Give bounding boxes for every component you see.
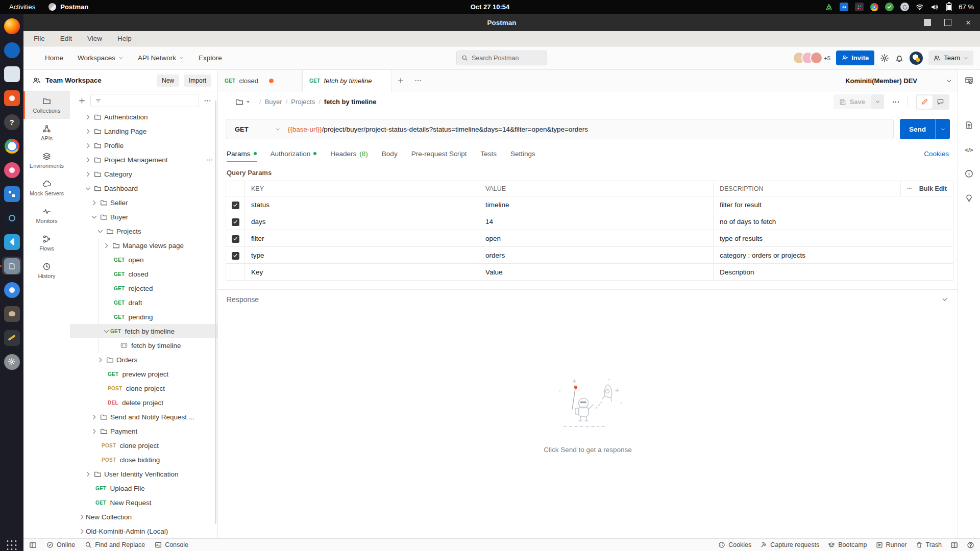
chevron-right-icon[interactable]: [84, 156, 92, 164]
param-description-cell[interactable]: type of results: [714, 230, 953, 247]
sidebar-rail-history[interactable]: History: [23, 257, 70, 284]
tree-folder-projects[interactable]: Projects: [70, 224, 217, 238]
sidebar-rail-flows[interactable]: Flows: [23, 229, 70, 257]
tree-request-new-request[interactable]: GETNew Request: [70, 495, 217, 510]
breadcrumb-buyer[interactable]: Buyer: [265, 98, 282, 106]
tree-folder-project-management[interactable]: Project Management: [70, 153, 217, 167]
chrome-indicator-icon[interactable]: [870, 3, 878, 11]
files-dock-icon[interactable]: [2, 65, 21, 83]
tree-request-close-bidding[interactable]: POSTclose bidding: [70, 453, 217, 467]
vscode-dock-icon[interactable]: [2, 233, 21, 251]
tree-folder-manage-views-page[interactable]: Manage views page: [70, 238, 217, 253]
shield-check-indicator-icon[interactable]: [885, 3, 894, 11]
tree-request-delete-project[interactable]: DELdelete project: [70, 395, 217, 410]
steam-dock-icon[interactable]: [2, 209, 21, 227]
tree-request-pending[interactable]: GETpending: [70, 310, 217, 324]
pink-app-dock-icon[interactable]: [2, 161, 21, 179]
tree-folder-category[interactable]: Category: [70, 167, 217, 181]
filter-input[interactable]: [90, 94, 199, 107]
tree-request-clone-project[interactable]: POSTclone project: [70, 381, 217, 395]
menu-edit[interactable]: Edit: [60, 35, 72, 42]
send-button[interactable]: Send: [900, 119, 950, 139]
tree-request-preview-project[interactable]: GETpreview project: [70, 367, 217, 381]
sidebar-rail-apis[interactable]: APIs: [23, 119, 70, 146]
chevron-right-icon[interactable]: [96, 356, 104, 364]
method-select[interactable]: GET: [226, 126, 288, 133]
environment-quick-look-icon[interactable]: [965, 76, 973, 85]
chevron-right-icon[interactable]: [90, 413, 98, 421]
search-input[interactable]: Search Postman: [456, 51, 547, 65]
statusbar-find-and-replace[interactable]: Find and Replace: [85, 541, 145, 548]
param-description-cell[interactable]: no of days to fetch: [714, 213, 953, 230]
statusbar-trash[interactable]: Trash: [916, 541, 942, 548]
request-tab-body[interactable]: Body: [382, 145, 398, 162]
tree-request-open[interactable]: GETopen: [70, 253, 217, 267]
param-key-cell[interactable]: type: [245, 247, 479, 264]
tree-folder-seller[interactable]: Seller: [70, 195, 217, 210]
statusbar-online[interactable]: Online: [46, 541, 75, 548]
clock[interactable]: Oct 27 10:54: [471, 3, 510, 11]
tree-folder-profile[interactable]: Profile: [70, 138, 217, 153]
request-tab-tests[interactable]: Tests: [480, 145, 497, 162]
chevron-right-icon[interactable]: [84, 128, 92, 135]
team-menu-button[interactable]: Team: [928, 51, 973, 65]
param-value-placeholder[interactable]: Value: [479, 264, 714, 281]
param-value-cell[interactable]: open: [479, 230, 714, 247]
chevron-down-icon[interactable]: [246, 99, 251, 105]
focused-app-menu[interactable]: Postman: [48, 3, 88, 11]
tree-request-draft[interactable]: GETdraft: [70, 295, 217, 310]
request-tab-pre-request-script[interactable]: Pre-request Script: [411, 145, 467, 162]
tree-folder-send-and-notify-request[interactable]: Send and Notify Request ...: [70, 410, 217, 424]
settings-gear-icon[interactable]: [880, 54, 889, 63]
tree-request-clone-project[interactable]: POSTclone project: [70, 438, 217, 453]
activities-button[interactable]: Activities: [9, 3, 35, 11]
tree-folder-landing-page[interactable]: Landing Page: [70, 124, 217, 138]
tree-collection-old-kominiti-admin-local[interactable]: Old-Kominiti-Admin (Local): [70, 524, 217, 538]
param-key-placeholder[interactable]: Key: [245, 264, 479, 281]
workspace-name[interactable]: Team Workspace: [45, 77, 152, 84]
teamviewer-indicator-icon[interactable]: [840, 3, 848, 11]
info-icon[interactable]: [965, 169, 973, 178]
slack-indicator-icon[interactable]: [855, 3, 864, 11]
minimize-button[interactable]: [924, 19, 931, 26]
response-section-header[interactable]: Response: [218, 290, 958, 309]
chevron-down-icon[interactable]: [96, 228, 104, 235]
save-button[interactable]: Save: [834, 94, 871, 109]
workspace-avatars[interactable]: +5: [793, 52, 830, 64]
tree-folder-orders[interactable]: Orders: [70, 353, 217, 367]
thunderbird-dock-icon[interactable]: [2, 41, 21, 59]
remote-desktop-dock-icon[interactable]: [2, 185, 21, 203]
param-description-cell[interactable]: filter for result: [714, 196, 953, 213]
account-avatar[interactable]: [910, 52, 923, 65]
param-checkbox[interactable]: [232, 218, 239, 226]
param-checkbox[interactable]: [232, 202, 239, 209]
open-tab-closed[interactable]: GETclosed: [218, 70, 302, 91]
ubuntu-software-dock-icon[interactable]: [2, 89, 21, 107]
nav-api-network[interactable]: API Network: [138, 54, 184, 62]
code-snippet-icon[interactable]: </>: [965, 145, 973, 154]
param-key-cell[interactable]: status: [245, 196, 479, 213]
battery-icon[interactable]: [946, 3, 952, 11]
param-value-cell[interactable]: timeline: [479, 196, 714, 213]
settings-dock-icon[interactable]: [2, 353, 21, 371]
chevron-right-icon[interactable]: [90, 199, 98, 207]
tree-request-upload-file[interactable]: GETUpload File: [70, 481, 217, 495]
statusbar-console[interactable]: Console: [155, 541, 188, 548]
menu-file[interactable]: File: [34, 35, 45, 42]
sidebar-rail-monitors[interactable]: Monitors: [23, 202, 70, 229]
chevron-down-icon[interactable]: [90, 213, 98, 221]
collection-folder-icon[interactable]: [235, 98, 243, 106]
new-tab-button[interactable]: [392, 70, 409, 91]
maximize-button[interactable]: [944, 19, 951, 26]
chevron-right-icon[interactable]: [78, 513, 86, 521]
close-button[interactable]: ✕: [965, 19, 972, 26]
chevron-right-icon[interactable]: [90, 428, 98, 435]
request-tab-headers[interactable]: Headers(8): [330, 145, 368, 162]
url-input[interactable]: GET {{base-url}}/project/buyer/project-s…: [226, 119, 894, 139]
tree-example-fetch-by-timeline[interactable]: fetch by timeline: [70, 338, 217, 353]
open-tab-fetch-by-timeline[interactable]: GETfetch by timeline: [302, 70, 392, 92]
nav-explore[interactable]: Explore: [199, 54, 222, 62]
chevron-right-icon[interactable]: [78, 528, 86, 535]
tree-folder-dashboard[interactable]: Dashboard: [70, 181, 217, 195]
tab-options-icon[interactable]: [409, 70, 427, 91]
